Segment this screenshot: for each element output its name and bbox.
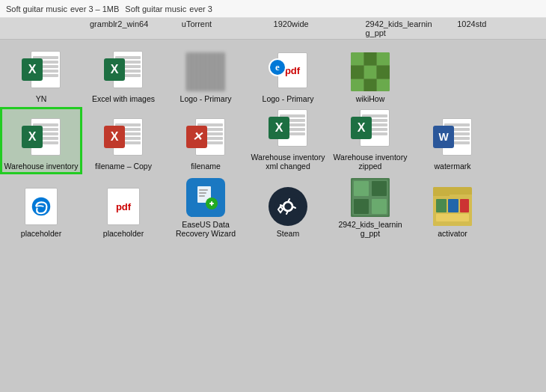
2942-kids-file[interactable]: 2942_kids_learning_ppt xyxy=(329,174,411,242)
col-utorrent: uTorrent xyxy=(179,19,271,37)
wikihow-icon xyxy=(349,51,391,93)
svg-rect-5 xyxy=(199,195,205,197)
wikihow-file[interactable]: wikiHow xyxy=(329,40,411,107)
easeus-icon xyxy=(185,177,227,218)
icon-row-middle: X Warehouse inventory X filename – Copy xyxy=(0,107,546,174)
logo-primary1-file[interactable]: Logo - Primary xyxy=(165,40,247,107)
warehouse-xml-icon: X xyxy=(267,109,309,151)
annotation-text1: Soft guitar music xyxy=(6,4,67,13)
filename-icon: ✕ xyxy=(185,118,227,160)
placeholder-pdf-icon: pdf xyxy=(102,186,144,227)
placeholder-edge-label: placeholder xyxy=(21,229,61,239)
annotation-text4: ever 3 xyxy=(189,4,212,13)
svg-rect-14 xyxy=(372,181,387,196)
icon-row-bottom: placeholder pdf placeholder xyxy=(0,174,546,242)
placeholder-edge-file[interactable]: placeholder xyxy=(0,174,82,242)
activator-file[interactable]: activator xyxy=(411,174,494,242)
annotation-text2: ever 3 – 1MB xyxy=(70,4,119,13)
annotation-text3: Soft guitar music xyxy=(125,4,186,13)
svg-rect-23 xyxy=(436,214,469,221)
wikihow-label: wikiHow xyxy=(356,94,385,104)
svg-rect-15 xyxy=(354,199,369,214)
placeholder-pdf-file[interactable]: pdf placeholder xyxy=(82,174,165,242)
logo-primary1-icon xyxy=(185,51,227,93)
filename-label: filename xyxy=(191,162,221,171)
warehouse-zipped-label: Warehouse inventory zipped xyxy=(333,153,408,171)
warehouse-zipped-file[interactable]: X Warehouse inventory zipped xyxy=(329,107,411,174)
warehouse-inventory-file[interactable]: X Warehouse inventory xyxy=(0,107,82,174)
warehouse-inventory-icon: X xyxy=(20,118,62,160)
filename-copy-label: filename – Copy xyxy=(95,162,152,171)
col-1920wide: 1920wide xyxy=(271,19,363,37)
svg-rect-21 xyxy=(448,199,458,212)
svg-rect-19 xyxy=(433,187,450,196)
watermark-file[interactable]: W watermark xyxy=(411,107,494,174)
steam-icon xyxy=(267,186,309,227)
col-1024std: 1024std xyxy=(454,19,546,37)
logo-primary1-label: Logo - Primary xyxy=(180,94,232,104)
excel-images-icon: X xyxy=(102,51,144,93)
steam-label: Steam xyxy=(277,229,299,239)
2942-kids-label: 2942_kids_learning_ppt xyxy=(338,220,402,239)
svg-rect-13 xyxy=(354,181,369,196)
column-headers: gramblr2_win64 uTorrent 1920wide 2942_ki… xyxy=(0,18,546,40)
svg-rect-16 xyxy=(372,199,387,214)
col-gramblr: gramblr2_win64 xyxy=(87,19,179,37)
warehouse-xml-file[interactable]: X Warehouse inventory xml changed xyxy=(247,107,329,174)
warehouse-inventory-label: Warehouse inventory xyxy=(4,162,79,171)
warehouse-zipped-icon: X xyxy=(349,109,391,151)
easeus-label: EaseUS Data Recovery Wizard xyxy=(168,220,243,239)
yn-file[interactable]: X YN xyxy=(0,40,82,107)
col-2942: 2942_kids_learning_ppt xyxy=(362,19,454,37)
svg-rect-22 xyxy=(460,199,469,212)
annotation-bar: Soft guitar music ever 3 – 1MB Soft guit… xyxy=(0,0,546,18)
logo-primary2-label: Logo - Primary xyxy=(263,94,314,104)
easeus-file[interactable]: EaseUS Data Recovery Wizard xyxy=(165,174,247,242)
icon-row-top: X YN X Excel with images xyxy=(0,40,546,107)
filename-file[interactable]: ✕ filename xyxy=(165,107,247,174)
watermark-label: watermark xyxy=(434,162,470,171)
excel-images-file[interactable]: X Excel with images xyxy=(82,40,165,107)
watermark-icon: W xyxy=(432,118,473,160)
warehouse-xml-label: Warehouse inventory xml changed xyxy=(251,153,325,171)
svg-rect-8 xyxy=(211,201,212,206)
svg-rect-20 xyxy=(436,199,447,212)
steam-file[interactable]: Steam xyxy=(247,174,329,242)
filename-copy-file[interactable]: X filename – Copy xyxy=(82,107,165,174)
svg-rect-3 xyxy=(199,189,208,191)
logo-primary2-icon: pdf e xyxy=(267,51,309,93)
filename-copy-icon: X xyxy=(102,118,144,160)
svg-rect-4 xyxy=(199,192,206,194)
excel-images-label: Excel with images xyxy=(92,94,155,104)
yn-label: YN xyxy=(36,94,47,104)
2942-kids-icon xyxy=(349,177,391,218)
placeholder-edge-icon xyxy=(20,186,62,227)
activator-label: activator xyxy=(438,229,467,239)
placeholder-pdf-label: placeholder xyxy=(103,229,144,239)
activator-icon xyxy=(432,186,473,227)
yn-icon: X xyxy=(20,51,62,93)
col-blank xyxy=(4,19,87,37)
logo-primary2-file[interactable]: pdf e Logo - Primary xyxy=(247,40,329,107)
